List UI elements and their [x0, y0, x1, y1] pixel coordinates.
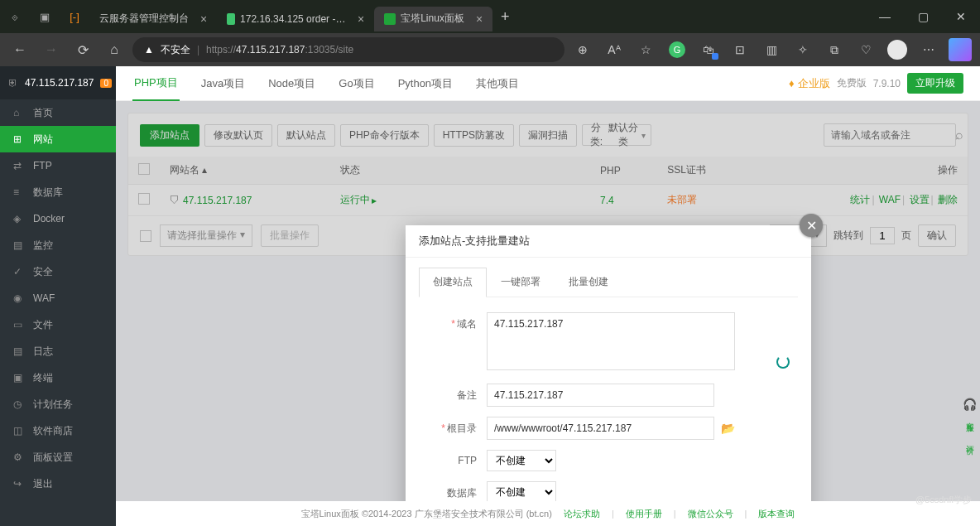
tab-0-close-icon[interactable]: × — [200, 12, 207, 26]
db-select[interactable]: 不创建 — [487, 481, 556, 503]
label-ftp: FTP — [422, 450, 477, 466]
float-headset-icon[interactable]: 🎧 — [963, 398, 977, 411]
tab-1-close-icon[interactable]: × — [358, 12, 364, 26]
sidebar-icon-2: ⇄ — [13, 160, 25, 171]
footer-link-3[interactable]: 版本查询 — [758, 508, 795, 520]
sidebar-label-9: 日志 — [33, 345, 53, 359]
zoom-icon[interactable]: ⊕ — [569, 36, 596, 63]
sidebar-icon-7: ◉ — [13, 292, 25, 304]
sidebar-icon-3: ≡ — [13, 186, 25, 198]
loading-spinner-icon — [776, 355, 790, 369]
float-tools: 🎧 客服 ✎ 评价 — [963, 398, 977, 442]
sidebar-icon-12: ◫ — [13, 425, 25, 437]
grammarly-icon[interactable]: G — [664, 36, 690, 63]
browser-titlebar: ⟐ ▣ [-] 云服务器管理控制台 × 172.16.34.125 order … — [0, 0, 980, 33]
sidebar-item-13[interactable]: ⚙面板设置 — [0, 444, 116, 471]
performance-icon[interactable]: ⧉ — [821, 36, 848, 63]
url-field[interactable]: ▲ 不安全 | https://47.115.217.187:13035/sit… — [132, 37, 564, 62]
browser-tab-2[interactable]: 宝塔Linux面板 × — [374, 7, 492, 31]
domain-textarea[interactable]: 47.115.217.187 — [487, 312, 735, 370]
sidebar-item-14[interactable]: ↪退出 — [0, 471, 116, 497]
footer-link-0[interactable]: 论坛求助 — [564, 508, 600, 520]
tab-2-close-icon[interactable]: × — [476, 12, 483, 26]
browser-essentials-icon[interactable]: ♡ — [853, 36, 879, 63]
sidebar-label-6: 安全 — [33, 265, 53, 279]
collections-icon[interactable]: ▥ — [758, 36, 785, 63]
new-tab-button[interactable]: + — [492, 8, 518, 26]
tab-1-label: 172.16.34.125 order - ECS-Workb — [240, 13, 346, 25]
sidebar-icon-5: ▤ — [13, 239, 25, 251]
sidebar-item-8[interactable]: ▭文件 — [0, 311, 116, 338]
profile-avatar[interactable] — [884, 36, 910, 63]
window-max-button[interactable]: ▢ — [904, 0, 942, 33]
read-aloud-icon[interactable]: Aᴬ — [601, 36, 627, 63]
insecure-label: 不安全 — [161, 43, 190, 57]
browser-tab-0[interactable]: 云服务器管理控制台 × — [89, 7, 217, 31]
sidebar-label-13: 面板设置 — [33, 451, 73, 465]
sidebar: ⛨ 47.115.217.187 0 ⌂首页⊞网站⇄FTP≡数据库◈Docker… — [0, 66, 116, 526]
sidebar-icon-0: ⌂ — [13, 107, 25, 118]
copilot-icon[interactable] — [947, 36, 973, 63]
tab-node[interactable]: Node项目 — [267, 66, 317, 101]
shopping-icon[interactable]: 🛍 — [695, 36, 722, 63]
forward-button: → — [38, 36, 65, 63]
mtab-batch[interactable]: 批量创建 — [555, 268, 622, 297]
sidebar-item-11[interactable]: ◷计划任务 — [0, 391, 116, 417]
sidebar-item-12[interactable]: ◫软件商店 — [0, 417, 116, 444]
sidebar-item-4[interactable]: ◈Docker — [0, 205, 116, 232]
label-root: *根目录 — [422, 417, 477, 436]
sidebar-item-7[interactable]: ◉WAF — [0, 285, 116, 311]
root-input[interactable] — [487, 417, 714, 440]
tab-java[interactable]: Java项目 — [199, 66, 247, 101]
project-tabs: PHP项目 Java项目 Node项目 Go项目 Python项目 其他项目 ♦… — [116, 66, 980, 101]
workspace-icon[interactable]: ⟐ — [0, 0, 30, 33]
sidebar-item-0[interactable]: ⌂首页 — [0, 99, 116, 126]
back-button[interactable]: ← — [7, 36, 33, 63]
float-rate[interactable]: 评价 — [964, 438, 976, 442]
sidebar-item-3[interactable]: ≡数据库 — [0, 179, 116, 205]
tabs-icon[interactable]: ▣ — [30, 0, 60, 33]
more-icon[interactable]: ⋯ — [915, 36, 942, 63]
sidebar-item-6[interactable]: ✓安全 — [0, 258, 116, 285]
window-min-button[interactable]: — — [866, 0, 904, 33]
sidebar-icon-8: ▭ — [13, 319, 25, 331]
extensions-icon[interactable]: ⊡ — [727, 36, 753, 63]
favorites-bar-icon[interactable]: ✧ — [790, 36, 816, 63]
sidebar-label-3: 数据库 — [33, 186, 63, 200]
window-close-button[interactable]: ✕ — [942, 0, 980, 33]
modal-close-button[interactable]: ✕ — [800, 214, 823, 237]
sidebar-item-10[interactable]: ▣终端 — [0, 364, 116, 391]
float-service[interactable]: 客服 — [964, 416, 976, 419]
mtab-deploy[interactable]: 一键部署 — [487, 268, 555, 297]
main-area: PHP项目 Java项目 Node项目 Go项目 Python项目 其他项目 ♦… — [116, 66, 980, 526]
modal-form: *域名 47.115.217.187 备注 *根目录 — [406, 297, 811, 526]
tab-other[interactable]: 其他项目 — [474, 66, 521, 101]
favorite-icon[interactable]: ☆ — [632, 36, 659, 63]
modal-title: 添加站点-支持批量建站 ✕ — [406, 225, 811, 258]
home-button[interactable]: ⌂ — [101, 36, 127, 63]
tab-python[interactable]: Python项目 — [396, 66, 454, 101]
float-edit-icon[interactable]: ✎ — [967, 424, 973, 433]
add-site-modal: 添加站点-支持批量建站 ✕ 创建站点 一键部署 批量创建 *域名 47.115.… — [406, 225, 811, 526]
mtab-create[interactable]: 创建站点 — [419, 268, 487, 297]
footer-copy: 宝塔Linux面板 ©2014-2023 广东堡塔安全技术有限公司 (bt.cn… — [301, 508, 552, 520]
tab-php[interactable]: PHP项目 — [132, 66, 180, 101]
sidebar-item-9[interactable]: ▤日志 — [0, 338, 116, 364]
remark-input[interactable] — [487, 384, 714, 407]
tab-go[interactable]: Go项目 — [337, 66, 376, 101]
sidebar-item-5[interactable]: ▤监控 — [0, 232, 116, 258]
folder-icon[interactable]: 📂 — [721, 422, 735, 435]
pro-badge[interactable]: ♦ 企业版 — [789, 76, 830, 91]
sidebar-item-2[interactable]: ⇄FTP — [0, 152, 116, 179]
refresh-button[interactable]: ⟳ — [70, 36, 96, 63]
sidebar-header[interactable]: ⛨ 47.115.217.187 0 — [0, 66, 116, 99]
footer-link-1[interactable]: 使用手册 — [626, 508, 662, 520]
upgrade-button[interactable]: 立即升级 — [907, 73, 963, 94]
ftp-select[interactable]: 不创建 — [487, 450, 556, 471]
sidebar-icon-11: ◷ — [13, 398, 25, 410]
footer: 宝塔Linux面板 ©2014-2023 广东堡塔安全技术有限公司 (bt.cn… — [116, 501, 980, 526]
browser-tab-1[interactable]: 172.16.34.125 order - ECS-Workb × — [217, 7, 374, 31]
sidebar-item-1[interactable]: ⊞网站 — [0, 126, 116, 152]
footer-link-2[interactable]: 微信公众号 — [688, 508, 733, 520]
sidebar-label-8: 文件 — [33, 318, 53, 332]
